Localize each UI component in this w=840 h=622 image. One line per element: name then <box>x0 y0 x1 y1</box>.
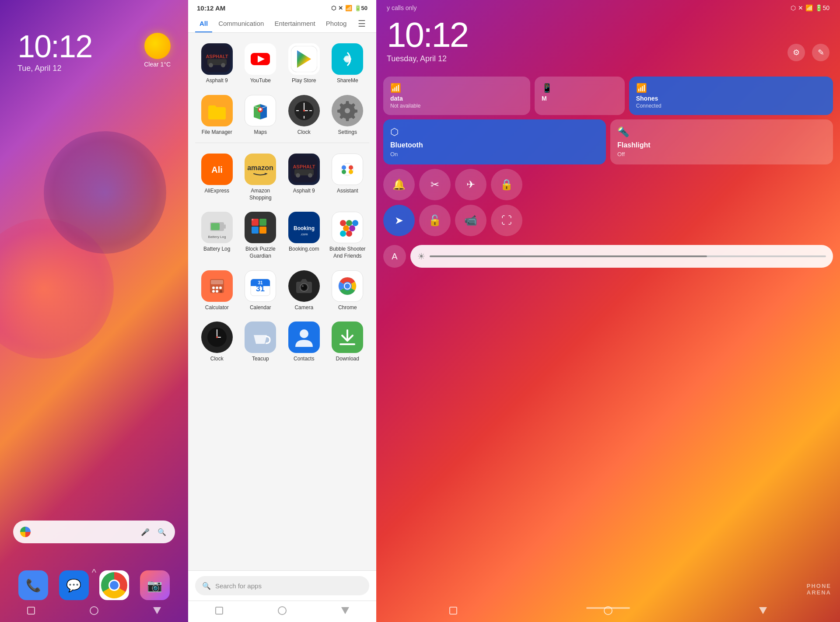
bubbleshoote-label: Bubble Shooter And Friends <box>328 246 368 259</box>
app-maps[interactable]: Maps <box>239 91 283 140</box>
bluetooth-title: Bluetooth <box>390 141 599 149</box>
location-control[interactable]: ➤ <box>383 205 415 236</box>
google-search-bar[interactable]: 🎤 🔍 <box>13 521 175 543</box>
screenrecord-control[interactable]: 📹 <box>455 205 486 236</box>
svg-point-62 <box>352 220 358 226</box>
app-bubbleshoote[interactable]: Bubble Shooter And Friends <box>326 208 370 263</box>
weather-text: Clear 1°C <box>144 61 171 68</box>
clock-svg <box>291 98 317 124</box>
tab-entertainment[interactable]: Entertainment <box>270 14 319 32</box>
app-assistant[interactable]: Assistant <box>326 150 370 205</box>
svg-point-37 <box>296 173 300 178</box>
aliexpress-icon: Ali <box>201 154 233 185</box>
bell-control[interactable]: 🔔 <box>383 169 415 200</box>
airplane-control[interactable]: ✈ <box>455 169 486 200</box>
tab-photog[interactable]: Photog <box>322 14 351 32</box>
app-amazon[interactable]: amazon Amazon Shopping <box>239 150 283 205</box>
nav-home-center[interactable] <box>278 606 287 615</box>
svg-point-5 <box>221 63 225 67</box>
expand-control[interactable]: ⛶ <box>491 205 522 236</box>
svg-point-72 <box>219 287 222 289</box>
app-chrome-list[interactable]: Chrome <box>326 267 370 315</box>
booking-label: Booking.com <box>289 246 319 253</box>
app-teacup[interactable]: Teacup <box>239 318 283 366</box>
app-youtube[interactable]: YouTube <box>239 40 283 88</box>
mobile-card[interactable]: 📱 M <box>535 77 625 115</box>
dock-chrome-app[interactable] <box>99 570 129 600</box>
brightness-a-button[interactable]: A <box>383 245 406 268</box>
svg-rect-53 <box>252 227 259 234</box>
nav-back-center[interactable] <box>341 607 349 614</box>
playstore-label: Play Store <box>292 77 316 84</box>
bubbleshoote-svg <box>334 214 360 241</box>
booking-icon: Booking .com <box>288 212 320 243</box>
search-bar-placeholder: Search for apps <box>215 582 262 590</box>
asphalt-svg: ASPHALT 9 <box>204 46 230 72</box>
app-settings[interactable]: Settings <box>326 91 370 140</box>
wifi-status-icon: 📶 <box>345 5 352 11</box>
app-batterylog[interactable]: Battery Log Battery Log <box>195 208 239 263</box>
chrome-icon-app <box>332 270 363 302</box>
right-bluetooth-icon: ⬡ <box>791 4 796 11</box>
bluetooth-toggle[interactable]: ⬡ Bluetooth On <box>383 119 606 164</box>
app-asphalt9-1[interactable]: ASPHALT 9 Asphalt 9 <box>195 40 239 88</box>
data-card[interactable]: 📶 data Not available <box>383 77 530 115</box>
app-clock[interactable]: Clock <box>282 91 326 140</box>
brightness-slider[interactable]: ☀ <box>410 245 833 268</box>
teacup-icon <box>245 321 276 353</box>
app-asphalt9-2[interactable]: ASPHALT Asphalt 9 <box>282 150 326 205</box>
app-contacts[interactable]: Contacts <box>282 318 326 366</box>
nav-square-left[interactable] <box>27 607 35 615</box>
flashlight-toggle[interactable]: 🔦 Flashlight Off <box>610 119 833 164</box>
center-status-time: 10:12 AM <box>197 4 225 12</box>
svg-point-86 <box>302 285 304 287</box>
control-circles-row1: 🔔 ✂ ✈ 🔒 <box>383 169 833 200</box>
app-shareme[interactable]: ShareMe <box>326 40 370 88</box>
right-date: Tuesday, April 12 <box>387 54 468 63</box>
nav-back-right[interactable] <box>759 607 767 614</box>
app-blockpuzzle[interactable]: Block Puzzle Guardian <box>239 208 283 263</box>
right-panel: y calls only ⬡ ✕ 📶 🔋50 10:12 Tuesday, Ap… <box>376 0 840 622</box>
tab-communication[interactable]: Communication <box>214 14 268 32</box>
amazon-svg: amazon <box>247 156 273 182</box>
app-booking[interactable]: Booking .com Booking.com <box>282 208 326 263</box>
dock-phone-app[interactable]: 📞 <box>18 570 48 600</box>
lock-control[interactable]: 🔒 <box>491 169 522 200</box>
app-download[interactable]: Download <box>326 318 370 366</box>
nav-back-left[interactable] <box>153 607 161 614</box>
scissors-control[interactable]: ✂ <box>419 169 451 200</box>
app-calendar[interactable]: 31 31 Calendar <box>239 267 283 315</box>
right-settings-icon-btn[interactable]: ⚙ <box>788 44 805 61</box>
nav-square-center[interactable] <box>215 607 223 615</box>
nav-home-left[interactable] <box>90 606 98 615</box>
app-search-bar[interactable]: 🔍 Search for apps <box>195 576 369 595</box>
dock-messages-app[interactable]: 💬 <box>59 570 89 600</box>
dock-camera-app[interactable]: 📷 <box>140 570 170 600</box>
app-camera[interactable]: Camera <box>282 267 326 315</box>
asphalt9-icon-1: ASPHALT 9 <box>201 43 233 75</box>
tab-menu-icon[interactable]: ☰ <box>354 15 369 32</box>
aliexpress-svg: Ali <box>204 156 230 182</box>
right-clock: 10:12 <box>387 17 468 52</box>
youtube-icon <box>245 43 276 75</box>
shareme-label: ShareMe <box>337 77 358 84</box>
svg-point-70 <box>212 287 215 289</box>
app-filemanager[interactable]: File Manager <box>195 91 239 140</box>
nav-home-right[interactable] <box>604 606 612 615</box>
app-aliexpress[interactable]: Ali AliExpress <box>195 150 239 205</box>
screenlock-control[interactable]: 🔓 <box>419 205 451 236</box>
app-clock-dark[interactable]: Clock <box>195 318 239 366</box>
app-calculator[interactable]: Calculator <box>195 267 239 315</box>
wifi-card[interactable]: 📶 Shones Connected <box>629 77 833 115</box>
nav-square-right[interactable] <box>449 607 457 615</box>
svg-point-4 <box>209 63 213 67</box>
blockpuzzle-icon <box>245 212 276 243</box>
weather-widget: Clear 1°C <box>144 33 171 68</box>
right-edit-icon-btn[interactable]: ✎ <box>812 44 830 61</box>
signal-status-icon: ✕ <box>338 5 343 11</box>
lens-icon[interactable]: 🔍 <box>156 526 168 538</box>
app-playstore[interactable]: Play Store <box>282 40 326 88</box>
shareme-icon <box>332 43 363 75</box>
tab-all[interactable]: All <box>195 14 212 32</box>
mic-icon[interactable]: 🎤 <box>139 526 151 538</box>
